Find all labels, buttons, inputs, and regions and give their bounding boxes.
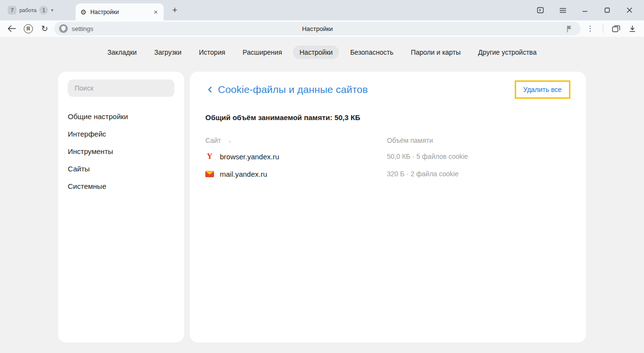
downloads-icon[interactable] xyxy=(626,22,639,35)
sidebar-item-general[interactable]: Общие настройки xyxy=(68,108,174,124)
tab-strip: 7 работа 1 ▾ ⚙ Настройки × + xyxy=(0,0,644,20)
more-actions-icon[interactable]: ⋮ xyxy=(583,22,597,35)
yandex-logo-icon[interactable]: Я xyxy=(21,22,35,35)
back-chevron-icon[interactable] xyxy=(205,85,215,94)
new-tab-button[interactable]: + xyxy=(169,4,181,16)
tabs-panel-icon[interactable] xyxy=(609,22,623,35)
sidebar-item-sites[interactable]: Сайты xyxy=(68,161,174,177)
settings-nav: Закладки Загрузки История Расширения Нас… xyxy=(58,46,586,59)
nav-tab-downloads[interactable]: Загрузки xyxy=(148,46,187,59)
yandex-y-icon: Y xyxy=(205,152,214,161)
tab-close-icon[interactable]: × xyxy=(153,8,159,16)
site-name: mail.yandex.ru xyxy=(220,170,267,178)
browser-toolbar: Я ↻ settings Настройки ⋮ xyxy=(0,20,644,37)
window-controls xyxy=(536,5,641,15)
nav-tab-security[interactable]: Безопасность xyxy=(344,46,399,59)
tab-group-name: работа xyxy=(19,7,36,13)
back-icon[interactable] xyxy=(5,22,18,35)
site-size: 320 Б · 2 файла cookie xyxy=(387,170,459,178)
sidebar-item-interface[interactable]: Интерфейс xyxy=(68,126,174,142)
table-row[interactable]: mail.yandex.ru 320 Б · 2 файла cookie xyxy=(205,165,570,183)
cookies-title: Cookie-файлы и данные сайтов xyxy=(218,84,368,95)
page-title: Настройки xyxy=(54,25,581,32)
table-row[interactable]: Y browser.yandex.ru 50,0 КБ · 5 файлов c… xyxy=(205,148,570,165)
minimize-icon[interactable] xyxy=(580,5,590,15)
size-column-header: Объём памяти xyxy=(387,137,433,144)
sidebar-item-tools[interactable]: Инструменты xyxy=(68,143,174,159)
refresh-icon[interactable]: ↻ xyxy=(38,22,51,35)
side-panel-icon[interactable] xyxy=(536,5,545,15)
site-name: browser.yandex.ru xyxy=(220,153,279,161)
address-bar[interactable]: settings Настройки xyxy=(54,22,581,35)
sidebar-menu: Общие настройки Интерфейс Инструменты Са… xyxy=(68,108,174,194)
table-header-row: Сайт ⌄ Объём памяти xyxy=(205,133,570,148)
tab-group-chip[interactable]: 7 работа 1 ▾ xyxy=(5,4,56,16)
tab-title: Настройки xyxy=(91,9,149,15)
close-window-icon[interactable] xyxy=(625,5,634,15)
toolbar-divider xyxy=(603,24,603,33)
nav-tab-history[interactable]: История xyxy=(193,46,231,59)
settings-sidebar: Общие настройки Интерфейс Инструменты Са… xyxy=(58,72,184,342)
site-column-header[interactable]: Сайт ⌄ xyxy=(205,137,387,144)
delete-all-button[interactable]: Удалить все xyxy=(515,80,570,99)
site-size: 50,0 КБ · 5 файлов cookie xyxy=(387,153,468,160)
gear-icon: ⚙ xyxy=(80,9,87,15)
settings-page: Закладки Загрузки История Расширения Нас… xyxy=(0,37,644,353)
nav-tab-bookmarks[interactable]: Закладки xyxy=(101,46,143,59)
url-text: settings xyxy=(72,25,93,32)
browser-tab-settings[interactable]: ⚙ Настройки × xyxy=(76,3,164,20)
yandex-mail-icon xyxy=(205,171,214,177)
nav-tab-passwords[interactable]: Пароли и карты xyxy=(404,46,467,59)
nav-tab-settings[interactable]: Настройки xyxy=(293,46,339,59)
nav-tab-devices[interactable]: Другие устройства xyxy=(472,46,543,59)
sidebar-item-system[interactable]: Системные xyxy=(68,178,174,194)
menu-icon[interactable] xyxy=(558,5,567,15)
tab-group-badge: 1 xyxy=(39,6,48,15)
sort-chevron-icon: ⌄ xyxy=(228,138,231,143)
maximize-icon[interactable] xyxy=(602,5,612,15)
cookies-panel: Cookie-файлы и данные сайтов Удалить все… xyxy=(190,72,586,342)
cookies-header: Cookie-файлы и данные сайтов Удалить все xyxy=(205,80,570,99)
bookmark-icon[interactable] xyxy=(562,22,576,35)
yandex-ya-glyph: Я xyxy=(24,24,33,33)
tab-group-count: 7 xyxy=(8,6,16,15)
nav-tab-extensions[interactable]: Расширения xyxy=(236,46,288,59)
chevron-down-icon[interactable]: ▾ xyxy=(51,8,53,13)
total-memory-label: Общий объём занимаемой памяти: 50,3 КБ xyxy=(205,113,570,122)
search-input[interactable] xyxy=(68,79,174,97)
cookies-table: Сайт ⌄ Объём памяти Y browser.yandex.ru … xyxy=(205,133,570,183)
site-security-icon[interactable] xyxy=(59,24,68,33)
content-area: Общие настройки Интерфейс Инструменты Са… xyxy=(58,72,586,342)
site-header-label: Сайт xyxy=(205,137,221,144)
